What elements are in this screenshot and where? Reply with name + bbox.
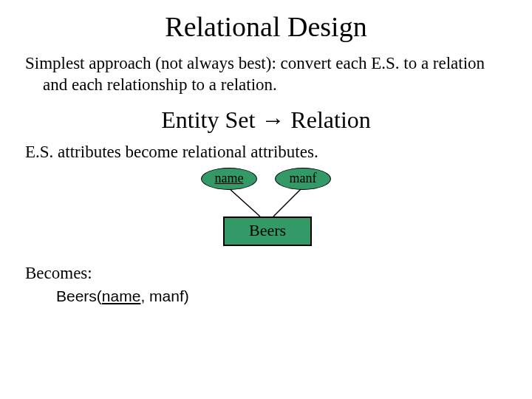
intro-text: Simplest approach (not always best): con…: [25, 53, 507, 96]
slide: Relational Design Simplest approach (not…: [0, 0, 532, 399]
attribute-manf-label: manf: [290, 171, 317, 185]
attribute-oval-manf: manf: [275, 168, 331, 190]
schema-relation-name: Beers(: [56, 287, 102, 304]
attributes-line: E.S. attributes become relational attrib…: [25, 143, 507, 162]
svg-line-0: [229, 188, 260, 216]
relation-schema: Beers(name, manf): [56, 287, 507, 305]
becomes-label: Becomes:: [25, 264, 507, 283]
schema-rest: , manf): [140, 287, 188, 304]
entity-label: Beers: [249, 221, 286, 239]
slide-title: Relational Design: [25, 10, 507, 43]
er-diagram: name manf Beers: [155, 168, 377, 256]
entity-rect-beers: Beers: [223, 216, 312, 246]
subheading-left: Entity Set: [161, 106, 261, 133]
svg-line-1: [273, 188, 301, 216]
attribute-name-label: name: [215, 171, 244, 185]
subheading-right: Relation: [284, 106, 370, 133]
arrow-icon: →: [261, 106, 284, 133]
attribute-oval-name: name: [201, 168, 257, 190]
schema-primary-key: name: [102, 287, 141, 304]
subheading: Entity Set → Relation: [25, 106, 507, 134]
